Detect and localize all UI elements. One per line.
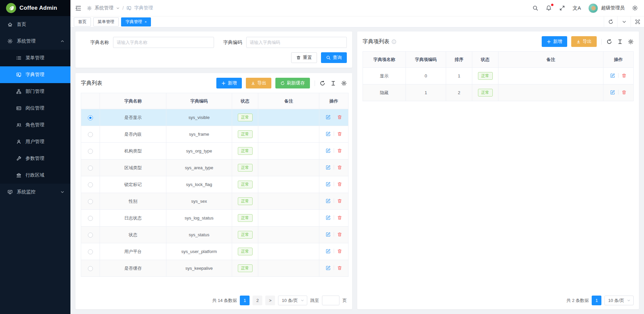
page-size-select[interactable]: 10 条/页 — [278, 296, 307, 305]
table-row[interactable]: 状态 sys_status 正常 — [81, 227, 348, 243]
sidebar-item-role-mgmt[interactable]: 角色管理 — [0, 117, 70, 133]
page-size-select[interactable]: 10 条/页 — [604, 296, 634, 305]
sidebar-item-dict-mgmt[interactable]: 字典管理 — [0, 66, 70, 83]
jump-page-input[interactable] — [322, 296, 339, 305]
chevron-down-icon[interactable] — [116, 6, 120, 10]
tab-options-button[interactable] — [617, 16, 631, 27]
edit-button[interactable] — [326, 249, 331, 254]
delete-button[interactable] — [622, 90, 627, 95]
edit-button[interactable] — [326, 115, 331, 120]
edit-button[interactable] — [610, 73, 615, 78]
dict-name-input[interactable] — [113, 37, 214, 48]
notification-bell-button[interactable] — [546, 5, 552, 11]
close-icon[interactable]: × — [145, 20, 147, 24]
table-row[interactable]: 锁定标记 sys_lock_flag 正常 — [81, 176, 348, 193]
delete-button[interactable] — [337, 165, 342, 170]
delete-button[interactable] — [337, 131, 342, 136]
delete-button[interactable] — [337, 265, 342, 270]
table-row[interactable]: 是否内嵌 sys_frame 正常 — [81, 126, 348, 143]
table-row[interactable]: 是否显示 sys_visible 正常 — [81, 109, 348, 126]
sidebar-group-system[interactable]: 系统管理 — [0, 33, 70, 50]
sidebar-item-home[interactable]: 首页 — [0, 16, 70, 33]
edit-button[interactable] — [326, 215, 331, 220]
dict-add-button[interactable]: 新增 — [216, 78, 242, 88]
delete-button[interactable] — [622, 73, 627, 78]
edit-button[interactable] — [326, 198, 331, 203]
table-refresh-button[interactable] — [320, 80, 325, 86]
sidebar-item-post-mgmt[interactable]: 岗位管理 — [0, 100, 70, 117]
edit-button[interactable] — [326, 232, 331, 237]
delete-button[interactable] — [337, 198, 342, 203]
column-settings-button[interactable] — [628, 39, 634, 45]
edit-button[interactable] — [326, 165, 331, 170]
query-button[interactable]: 查询 — [321, 52, 347, 63]
table-row[interactable]: 隐藏 1 2 正常 — [363, 84, 634, 101]
row-radio[interactable] — [88, 182, 93, 187]
settings-button[interactable] — [632, 5, 638, 11]
table-row[interactable]: 是否缓存 sys_keepalive 正常 — [81, 260, 348, 277]
sidebar-item-menu-mgmt[interactable]: 菜单管理 — [0, 50, 70, 66]
remark-cell — [258, 210, 319, 227]
fullscreen-button[interactable] — [559, 5, 565, 11]
top-header: 系统管理 / 字典管理 文A — [70, 0, 644, 16]
edit-button[interactable] — [326, 148, 331, 153]
row-radio[interactable] — [88, 266, 93, 271]
table-row[interactable]: 区域类型 sys_area_type 正常 — [81, 160, 348, 176]
delete-button[interactable] — [337, 115, 342, 120]
row-radio[interactable] — [88, 216, 93, 221]
content-fullscreen-button[interactable] — [631, 16, 644, 27]
table-refresh-button[interactable] — [606, 39, 612, 45]
user-menu[interactable]: 超级管理员 — [588, 3, 625, 13]
edit-button[interactable] — [326, 265, 331, 270]
next-page-button[interactable]: > — [265, 296, 275, 305]
delete-button[interactable] — [337, 215, 342, 220]
table-row[interactable]: 用户平台 sys_user_platform 正常 — [81, 243, 348, 260]
dict-name-cell: 日志状态 — [100, 210, 166, 227]
table-row[interactable]: 机构类型 sys_org_type 正常 — [81, 143, 348, 160]
tab-menu-mgmt[interactable]: 菜单管理 — [93, 17, 119, 26]
row-radio[interactable] — [88, 199, 93, 204]
item-export-button[interactable]: 导出 — [571, 36, 597, 47]
row-radio[interactable] — [88, 249, 93, 254]
table-row[interactable]: 日志状态 sys_log_status 正常 — [81, 210, 348, 227]
row-radio[interactable] — [88, 132, 93, 137]
delete-button[interactable] — [337, 148, 342, 153]
row-radio[interactable] — [88, 115, 93, 120]
row-radio[interactable] — [88, 166, 93, 171]
sidebar-group-monitor[interactable]: 系统监控 — [0, 184, 70, 200]
tab-refresh-button[interactable] — [604, 16, 617, 27]
gear-icon — [628, 39, 634, 45]
delete-button[interactable] — [337, 182, 342, 187]
edit-button[interactable] — [610, 90, 615, 95]
edit-button[interactable] — [326, 131, 331, 136]
row-height-button[interactable] — [330, 80, 336, 86]
header-search-button[interactable] — [532, 5, 538, 11]
refresh-cache-button[interactable]: 刷新缓存 — [275, 78, 310, 88]
page-button-2[interactable]: 2 — [253, 296, 262, 305]
delete-button[interactable] — [337, 249, 342, 254]
sidebar-item-param-mgmt[interactable]: 参数管理 — [0, 150, 70, 167]
row-radio[interactable] — [88, 149, 93, 154]
item-add-button[interactable]: 新增 — [542, 36, 567, 47]
reset-button[interactable]: 重置 — [291, 52, 317, 63]
row-radio[interactable] — [88, 233, 93, 238]
tab-home[interactable]: 首页 — [74, 17, 91, 26]
tab-dict-mgmt[interactable]: 字典管理× — [121, 17, 151, 26]
page-button-1[interactable]: 1 — [240, 296, 250, 305]
sidebar-item-user-mgmt[interactable]: 用户管理 — [0, 133, 70, 150]
edit-button[interactable] — [326, 182, 331, 187]
sidebar-collapse-button[interactable] — [75, 5, 82, 11]
column-settings-button[interactable] — [341, 80, 347, 86]
main-area: 系统管理 / 字典管理 文A — [70, 0, 644, 314]
row-height-button[interactable] — [617, 39, 623, 45]
table-row[interactable]: 显示 0 1 正常 — [363, 68, 634, 84]
language-switch-button[interactable]: 文A — [573, 5, 581, 11]
dict-export-button[interactable]: 导出 — [246, 78, 271, 88]
page-button-1[interactable]: 1 — [592, 296, 601, 305]
delete-button[interactable] — [337, 232, 342, 237]
breadcrumb-group[interactable]: 系统管理 — [95, 5, 113, 11]
sidebar-item-region-mgmt[interactable]: 行政区域 — [0, 167, 70, 184]
dict-code-input[interactable] — [246, 37, 347, 48]
table-row[interactable]: 性别 sys_sex 正常 — [81, 193, 348, 210]
sidebar-item-dept-mgmt[interactable]: 部门管理 — [0, 83, 70, 100]
